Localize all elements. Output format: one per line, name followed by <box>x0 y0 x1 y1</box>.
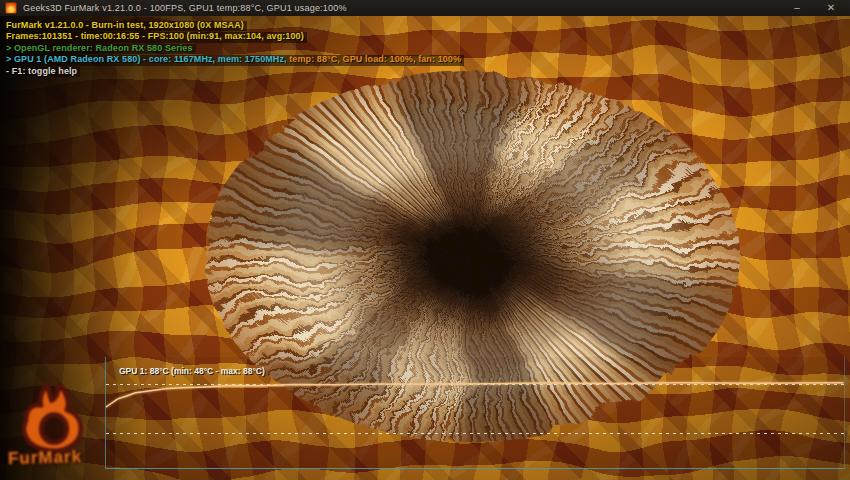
gpu-temp-label: GPU 1: 88°C (min: 48°C - max: 88°C) <box>119 366 265 376</box>
furmark-logo: FurMark <box>4 382 114 480</box>
render-viewport: FurMark v1.21.0.0 - Burn-in test, 1920x1… <box>0 16 850 480</box>
minimize-button[interactable]: – <box>780 0 814 16</box>
flame-icon <box>4 382 104 452</box>
osd-gpu-temp-load: temp: 88°C, GPU load: 100%, fan: 100% <box>289 54 461 64</box>
window-controls: – ✕ <box>780 0 850 16</box>
gpu-temp-curve <box>106 383 843 407</box>
close-button[interactable]: ✕ <box>814 0 848 16</box>
osd-info-block: FurMark v1.21.0.0 - Burn-in test, 1920x1… <box>4 21 464 78</box>
furmark-logo-text: FurMark <box>8 447 83 469</box>
osd-frames-line: Frames:101351 - time:00:16:55 - FPS:100 … <box>4 32 307 42</box>
gpu-temperature-graph: GPU 1: 88°C (min: 48°C - max: 88°C) <box>105 357 845 469</box>
osd-gpu-line: > GPU 1 (AMD Radeon RX 580) - core: 1167… <box>4 55 464 65</box>
osd-gpu-clocks: > GPU 1 (AMD Radeon RX 580) - core: 1167… <box>6 54 289 64</box>
furmark-window: FurMark v1.21.0.0 - Burn-in test, 1920x1… <box>0 0 850 480</box>
osd-benchmark-line: FurMark v1.21.0.0 - Burn-in test, 1920x1… <box>4 21 247 31</box>
window-titlebar: Geeks3D FurMark v1.21.0.0 - 100FPS, GPU1… <box>0 0 850 16</box>
window-title: Geeks3D FurMark v1.21.0.0 - 100FPS, GPU1… <box>23 3 347 13</box>
osd-help-hint: - F1: toggle help <box>4 67 80 77</box>
app-flame-icon[interactable] <box>5 2 17 14</box>
osd-renderer-line: > OpenGL renderer: Radeon RX 580 Series <box>4 44 196 54</box>
